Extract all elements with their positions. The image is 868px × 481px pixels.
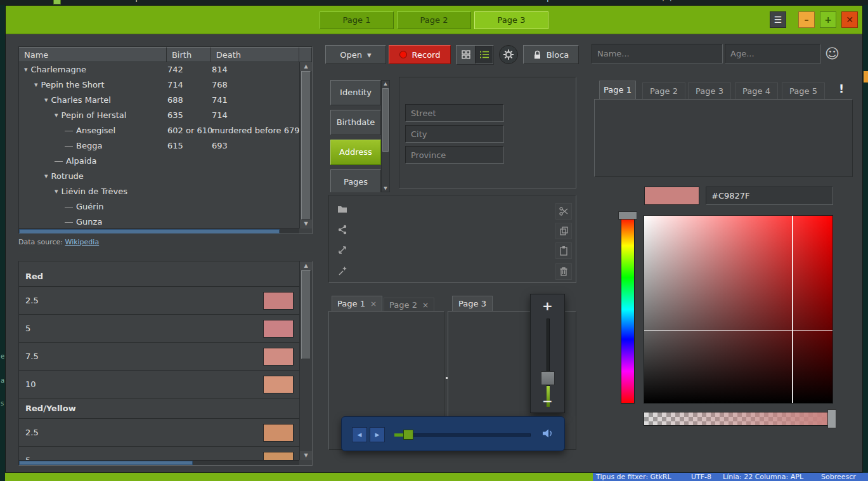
magic-wand-button[interactable] [334,263,351,279]
table-row[interactable]: ▾Charles Martel 688 741 [19,93,312,108]
scrollbar-thumb[interactable] [19,461,193,465]
close-button[interactable]: ✕ [841,11,858,28]
right-tab-page5[interactable]: Page 5 [782,82,825,100]
table-row[interactable]: ▾Pepin the Short 714 768 [19,77,312,93]
form-nav-scrollbar[interactable]: ▲ ▼ [381,80,390,192]
right-tab-page4[interactable]: Page 4 [735,82,778,100]
cut-button[interactable] [555,203,572,220]
folder-button[interactable] [334,201,351,217]
age-input[interactable] [725,44,821,63]
volume-button[interactable] [542,428,554,438]
hue-slider[interactable] [621,215,635,404]
menu-button[interactable]: ☰ [770,11,786,28]
zoom-in-button[interactable]: + [531,298,564,313]
column-header-name[interactable]: Name [19,47,167,62]
table-row[interactable]: ▾Liévin de Trèves [19,184,312,199]
table-row[interactable]: Guérin [19,199,312,214]
nav-item-address[interactable]: Address [330,140,381,165]
titlebar-tab-page1[interactable]: Page 1 [320,11,394,29]
next-button[interactable]: ▶ [370,427,385,442]
scrollbar-thumb[interactable] [301,270,311,359]
table-row[interactable]: Alpaida [19,154,312,169]
previous-button[interactable]: ◀ [352,427,367,442]
delete-button[interactable] [555,263,572,280]
settings-button[interactable] [499,45,518,64]
background-file-row: colorscheme-Simple.sh 1.6 KiB script she… [0,0,868,5]
scrollbar-thumb[interactable] [301,71,311,220]
scroll-up-icon[interactable]: ▲ [382,81,389,86]
grid-view-button[interactable] [457,46,475,64]
titlebar-tab-page2[interactable]: Page 2 [397,11,471,29]
nav-item-pages[interactable]: Pages [330,169,381,192]
street-field[interactable] [405,104,504,122]
hex-color-input[interactable] [706,187,833,205]
list-item[interactable]: 10 [19,371,301,399]
province-field[interactable] [405,146,504,164]
scrollbar-thumb[interactable] [382,88,389,152]
scroll-up-icon[interactable]: ▲ [300,261,312,270]
table-row[interactable]: Ansegisel 602 or 610 murdered before 679 [19,123,312,138]
wikipedia-link[interactable]: Wikipedia [65,238,100,246]
paste-button[interactable] [555,242,572,259]
expand-arrow-icon[interactable]: ▾ [55,184,58,199]
column-header-death[interactable]: Death [211,47,299,62]
lock-button[interactable]: Bloca [523,45,579,64]
table-row[interactable]: ▾Charlemagne 742 814 [19,62,312,77]
expand-button[interactable] [334,242,351,258]
right-tab-page2[interactable]: Page 2 [642,82,685,100]
expand-arrow-icon[interactable]: ▾ [55,108,58,123]
nav-item-identity[interactable]: Identity [330,80,381,105]
scroll-up-icon[interactable]: ▲ [300,62,312,71]
alert-button[interactable]: ! [839,82,844,95]
expand-arrow-icon[interactable]: ▾ [24,62,28,77]
alpha-slider-handle[interactable] [827,409,836,428]
tree-vertical-scrollbar[interactable]: ▲ ▼ [299,62,312,228]
right-tab-page3[interactable]: Page 3 [688,82,731,100]
doc-tab-page3[interactable]: Page 3 [452,296,493,312]
list-view-button[interactable] [475,46,493,64]
splitter-grip[interactable] [446,377,448,379]
alpha-slider[interactable] [644,412,833,426]
table-row[interactable]: Begga 615 693 [19,138,312,154]
zoom-slider-handle[interactable] [541,371,555,385]
minimize-button[interactable]: – [798,11,815,28]
name-input[interactable] [592,44,723,63]
scroll-down-icon[interactable]: ▼ [300,451,312,460]
share-button[interactable] [334,221,351,238]
record-button[interactable]: Record [389,45,451,64]
titlebar-tab-page3[interactable]: Page 3 [474,11,548,29]
expand-arrow-icon[interactable]: ▾ [44,93,48,108]
table-row[interactable]: ▾Rotrude [19,169,312,184]
list-item[interactable]: 2.5 [19,419,301,447]
color-list-horizontal-scrollbar[interactable] [19,460,299,465]
table-row[interactable]: ▾Pepin of Herstal 635 714 [19,108,312,123]
list-item[interactable]: 2.5 [19,287,301,315]
copy-button[interactable] [555,223,572,239]
right-tab-page1[interactable]: Page 1 [599,81,636,100]
tab-close-icon[interactable]: × [370,296,377,312]
column-header-birth[interactable]: Birth [167,47,211,62]
tree-horizontal-scrollbar[interactable] [19,228,299,234]
smiley-button[interactable]: ☺ [825,45,839,63]
seek-slider-handle[interactable] [403,430,413,440]
color-list-vertical-scrollbar[interactable]: ▲ ▼ [299,261,312,460]
tab-close-icon[interactable]: × [422,298,429,313]
city-field[interactable] [405,125,504,143]
doc-tab-page1[interactable]: Page 1 × [332,296,382,312]
expand-arrow-icon[interactable]: ▾ [44,169,48,184]
list-item[interactable]: 7.5 [19,343,301,371]
scrollbar-thumb[interactable] [19,229,280,234]
scroll-down-icon[interactable]: ▼ [382,186,389,191]
zoom-out-button[interactable]: − [531,393,564,409]
saturation-value-picker[interactable] [644,215,833,404]
expand-arrow-icon[interactable]: ▾ [34,77,38,93]
seek-slider-track[interactable] [394,433,531,437]
maximize-button[interactable]: + [820,11,836,28]
list-item[interactable]: 5 [19,315,301,343]
open-button[interactable]: Open ▾ [325,45,386,64]
scroll-down-icon[interactable]: ▼ [300,220,312,228]
hue-slider-handle[interactable] [618,211,637,220]
nav-item-birthdate[interactable]: Birthdate [330,110,381,135]
doc-tab-page2[interactable]: Page 2 × [384,298,434,312]
table-row[interactable]: Gunza [19,214,312,230]
